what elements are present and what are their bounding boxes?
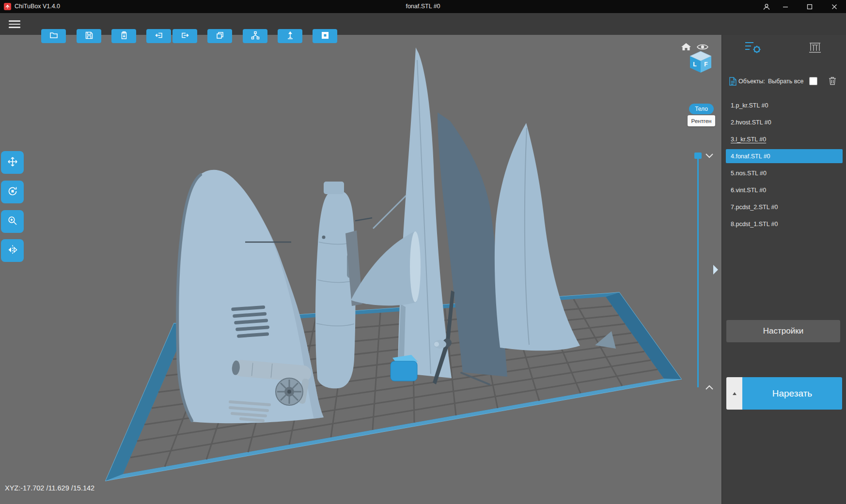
open-file-icon: [49, 31, 58, 41]
profile-expand-button[interactable]: [726, 377, 742, 410]
scale-tool-button[interactable]: [1, 210, 24, 233]
objects-header: Объекты: Выбрать все: [722, 76, 846, 88]
settings-button[interactable]: Настройки: [726, 320, 840, 342]
orientation-cube-icon[interactable]: L F: [690, 51, 711, 73]
home-icon[interactable]: [681, 43, 691, 50]
slice-button[interactable]: Нарезать: [742, 377, 842, 410]
object-list-item[interactable]: 5.nos.STL #0: [722, 165, 846, 182]
object-label: 7.pcdst_2.STL #0: [731, 204, 778, 211]
view-mode-xray-button[interactable]: Рентген: [688, 115, 715, 126]
clone-button[interactable]: [207, 29, 232, 43]
view-mode-body-button[interactable]: Тело: [689, 104, 714, 114]
object-label: 4.fonaf.STL #0: [731, 153, 770, 160]
object-list: 1.p_kr.STL #0 2.hvost.STL #0 3.l_kr.STL …: [722, 97, 846, 232]
document-title: fonaf.STL #0: [0, 3, 846, 10]
object-label: 2.hvost.STL #0: [731, 119, 771, 126]
object-list-item[interactable]: 6.vint.STL #0: [722, 182, 846, 199]
object-list-item[interactable]: 8.pcdst_1.STL #0: [722, 215, 846, 232]
print-settings-icon: [808, 40, 822, 57]
undo-icon: [155, 31, 163, 41]
maximize-button[interactable]: [802, 0, 817, 13]
chevron-down-icon[interactable]: [705, 153, 714, 159]
model-thin-spar[interactable]: [373, 196, 406, 229]
clone-icon: [216, 31, 224, 41]
right-panel: Объекты: Выбрать все 1.p_kr.STL #0 2.hvo…: [721, 35, 846, 504]
auto-layout-icon: [251, 31, 260, 41]
object-label: 1.p_kr.STL #0: [731, 102, 768, 109]
move-icon: [7, 156, 18, 169]
move-tool-button[interactable]: [1, 151, 24, 174]
model-cowl[interactable]: [351, 231, 421, 305]
titlebar: ChiTuBox V1.4.0 fonaf.STL #0: [0, 0, 846, 13]
select-all-checkbox[interactable]: [809, 77, 817, 85]
tab-object-settings[interactable]: [722, 35, 784, 62]
view-cube[interactable]: L F: [677, 41, 721, 79]
document-icon: [729, 77, 736, 87]
mirror-icon: [7, 244, 18, 257]
support-icon: [286, 31, 295, 41]
minimize-button[interactable]: [778, 0, 793, 13]
cube-left-label: L: [693, 61, 696, 68]
object-list-item[interactable]: 2.hvost.STL #0: [722, 114, 846, 131]
copy-button[interactable]: [111, 29, 136, 43]
clip-slider-track[interactable]: [697, 155, 699, 387]
menu-button[interactable]: [9, 20, 20, 28]
rotate-icon: [7, 185, 18, 199]
redo-button[interactable]: [172, 29, 197, 43]
trash-icon[interactable]: [829, 76, 836, 87]
xyz-status: XYZ:-17.702 /11.629 /15.142: [5, 484, 94, 492]
rotate-tool-button[interactable]: [1, 181, 24, 203]
panel-collapse-arrow[interactable]: [712, 264, 719, 275]
account-icon[interactable]: [759, 0, 774, 13]
scale-icon: [7, 215, 18, 228]
object-label: 6.vint.STL #0: [731, 187, 766, 194]
copy-icon: [120, 31, 128, 41]
mirror-tool-button[interactable]: [1, 239, 24, 262]
hollow-button[interactable]: [313, 29, 337, 43]
select-all-label: Выбрать все: [768, 78, 804, 85]
hollow-icon: [321, 31, 329, 41]
cube-front-label: F: [704, 61, 707, 68]
undo-button[interactable]: [146, 29, 171, 43]
model-wing-panel-a[interactable]: [398, 47, 452, 378]
object-label: 8.pcdst_1.STL #0: [731, 221, 778, 228]
save-icon: [85, 31, 94, 41]
open-file-button[interactable]: [41, 29, 66, 43]
expand-up-arrow-icon: [733, 392, 736, 395]
tab-print-settings[interactable]: [784, 35, 846, 62]
objects-label: Объекты:: [738, 78, 765, 85]
panel-tabs: [722, 35, 846, 62]
object-label: 5.nos.STL #0: [731, 170, 767, 177]
object-settings-icon: [744, 41, 762, 56]
object-list-item[interactable]: 3.l_kr.STL #0: [722, 131, 846, 148]
scene-3d: [0, 35, 721, 504]
chevron-up-icon[interactable]: [705, 384, 714, 390]
model-fonaf-selected[interactable]: [391, 355, 418, 381]
toolbar: [0, 13, 846, 35]
save-button[interactable]: [77, 29, 101, 43]
object-list-item[interactable]: 4.fonaf.STL #0: [726, 149, 843, 163]
object-list-item[interactable]: 7.pcdst_2.STL #0: [722, 199, 846, 215]
redo-icon: [181, 31, 189, 41]
support-button[interactable]: [278, 29, 302, 43]
eye-icon[interactable]: [697, 45, 708, 49]
object-label: 3.l_kr.STL #0: [731, 136, 766, 143]
auto-layout-button[interactable]: [243, 29, 267, 43]
viewport-3d[interactable]: L F Тело Рентген XYZ:-17.702 /11.629 /15…: [0, 35, 721, 504]
clip-slider-handle[interactable]: [694, 153, 702, 159]
object-list-item[interactable]: 1.p_kr.STL #0: [722, 97, 846, 114]
close-button[interactable]: [827, 0, 842, 13]
